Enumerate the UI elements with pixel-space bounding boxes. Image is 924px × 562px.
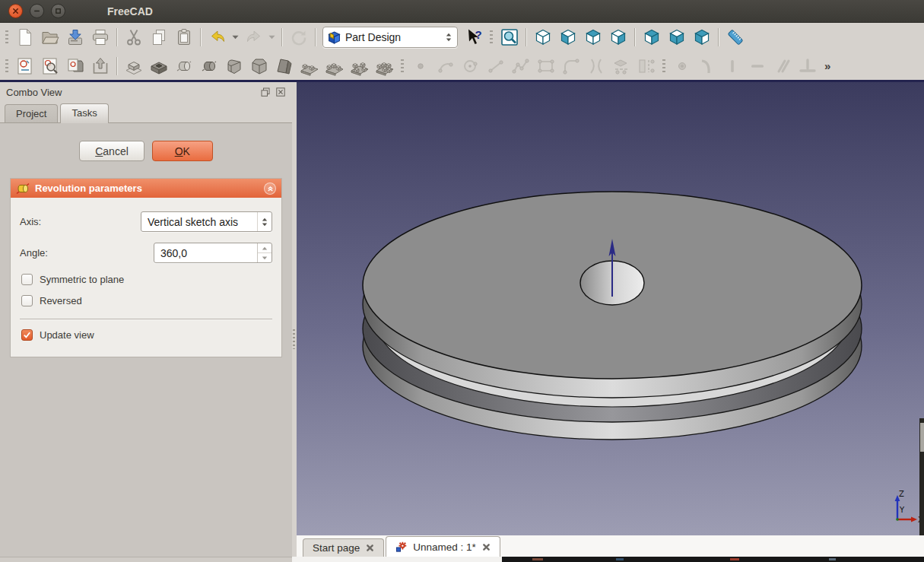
draft-button[interactable] — [271, 54, 297, 78]
update-view-label: Update view — [40, 329, 94, 341]
revolution-icon — [16, 182, 30, 195]
view-right-button[interactable] — [605, 25, 630, 49]
multi-transform-button[interactable] — [372, 54, 397, 78]
measure-distance-button[interactable] — [722, 25, 748, 49]
chamfer-icon — [249, 56, 269, 76]
paste-button[interactable] — [171, 25, 196, 49]
mirrored-icon — [300, 56, 319, 76]
sketcher-construction-icon — [637, 56, 656, 76]
window-maximize-button[interactable] — [51, 4, 65, 18]
open-file-button[interactable] — [37, 25, 62, 49]
sketcher-external-icon — [611, 56, 631, 76]
sketch-leave-button[interactable] — [87, 54, 113, 78]
sketcher-arc-icon — [436, 56, 456, 76]
view-front-button[interactable] — [555, 25, 580, 49]
cancel-button[interactable]: Cancel — [79, 141, 144, 161]
pad-button[interactable] — [121, 54, 146, 78]
3d-viewport[interactable]: Z Y X — [297, 82, 924, 535]
whats-this-button[interactable]: ? — [461, 25, 486, 49]
angle-spinbox[interactable]: 360,0 — [154, 243, 272, 263]
combo-view-title: Combo View — [6, 87, 256, 98]
workbench-selector[interactable]: Part Design — [322, 27, 458, 48]
revolution-button[interactable] — [171, 54, 196, 78]
new-file-button[interactable] — [12, 25, 37, 49]
tab-tasks[interactable]: Tasks — [60, 103, 108, 123]
angle-decrease-button[interactable] — [258, 252, 271, 262]
update-view-row: Update view — [21, 329, 271, 341]
sketcher-circle-icon — [461, 56, 481, 76]
window-close-button[interactable] — [8, 4, 23, 18]
groove-button[interactable] — [196, 54, 221, 78]
constraint-perpendicular-icon — [798, 56, 818, 76]
angle-increase-button[interactable] — [258, 243, 271, 252]
close-icon — [12, 8, 19, 14]
pocket-button[interactable] — [146, 54, 171, 78]
save-file-button[interactable] — [62, 25, 87, 49]
view-axonometric-button[interactable] — [530, 25, 555, 49]
panel-float-button[interactable] — [260, 87, 271, 97]
linear-pattern-button[interactable] — [322, 54, 347, 78]
revolution-solid[interactable] — [363, 192, 862, 440]
update-view-checkbox[interactable] — [21, 329, 33, 341]
view-rear-icon — [642, 27, 662, 47]
angle-row: Angle: 360,0 — [20, 243, 272, 263]
view-left-button[interactable] — [689, 25, 714, 49]
toolbar-grip[interactable] — [662, 59, 665, 73]
symmetric-to-plane-checkbox[interactable] — [21, 274, 33, 285]
toolbar-overflow-button[interactable]: » — [820, 59, 835, 72]
view-fit-button[interactable] — [497, 25, 522, 49]
cut-button[interactable] — [121, 25, 146, 49]
toolbar-separator — [718, 28, 719, 46]
ok-button[interactable]: OK — [152, 141, 213, 161]
constraint-tangent-button — [694, 54, 719, 78]
task-dialog-buttons: Cancel OK — [0, 141, 292, 161]
close-tab-icon[interactable] — [366, 544, 374, 552]
axis-z-label: Z — [899, 490, 904, 498]
axis-value: Vertical sketch axis — [141, 216, 257, 228]
tab-project[interactable]: Project — [5, 104, 58, 122]
toolbar-grip[interactable] — [5, 30, 8, 44]
sketch-map-button[interactable] — [62, 54, 87, 78]
close-tab-icon[interactable] — [482, 543, 491, 551]
constraint-parallel-icon — [773, 56, 792, 76]
document-area: Z Y X Start page — [297, 82, 924, 557]
copy-button[interactable] — [146, 25, 171, 49]
undo-button[interactable] — [205, 25, 230, 49]
chamfer-button[interactable] — [246, 54, 271, 78]
main-area: Combo View Project Tasks Cancel OK — [0, 82, 924, 557]
sketcher-trim-button — [583, 54, 608, 78]
reversed-checkbox[interactable] — [21, 295, 33, 306]
axis-select-arrows[interactable] — [257, 212, 271, 231]
tab-start-page[interactable]: Start page — [303, 538, 384, 557]
titlebar[interactable]: FreeCAD — [0, 0, 924, 23]
sketch-view-button[interactable] — [37, 54, 62, 78]
axis-select[interactable]: Vertical sketch axis — [141, 211, 272, 232]
view-bottom-button[interactable] — [664, 25, 689, 49]
print-icon — [90, 27, 110, 47]
constraint-perpendicular-button — [795, 54, 820, 78]
panel-close-button[interactable] — [275, 87, 286, 97]
view-front-icon — [558, 27, 578, 47]
angle-spin-buttons — [257, 243, 271, 262]
polar-pattern-button[interactable] — [347, 54, 372, 78]
workbench-dropdown-arrows[interactable] — [443, 33, 454, 42]
toolbar-separator — [526, 28, 526, 46]
group-collapse-button[interactable] — [264, 183, 276, 195]
view-top-button[interactable] — [580, 25, 605, 49]
toolbar-grip[interactable] — [401, 59, 404, 73]
fillet-button[interactable] — [221, 54, 246, 78]
undo-dropdown-caret[interactable] — [230, 25, 241, 49]
sketch-new-button[interactable] — [12, 54, 37, 78]
constraint-vertical-button — [719, 54, 745, 78]
combo-view-header[interactable]: Combo View — [0, 82, 292, 102]
sketch-new-icon — [15, 56, 35, 76]
toolbar-grip[interactable] — [5, 59, 8, 73]
print-button[interactable] — [87, 25, 113, 49]
mirrored-button[interactable] — [297, 54, 322, 78]
tab-unnamed-document[interactable]: Unnamed : 1* — [386, 536, 500, 557]
workbench-icon — [328, 31, 341, 44]
view-rear-button[interactable] — [639, 25, 664, 49]
toolbar-grip[interactable] — [490, 30, 493, 44]
window-minimize-button[interactable] — [30, 4, 44, 18]
revolution-parameters-body: Axis: Vertical sketch axis Angle: — [11, 198, 281, 357]
